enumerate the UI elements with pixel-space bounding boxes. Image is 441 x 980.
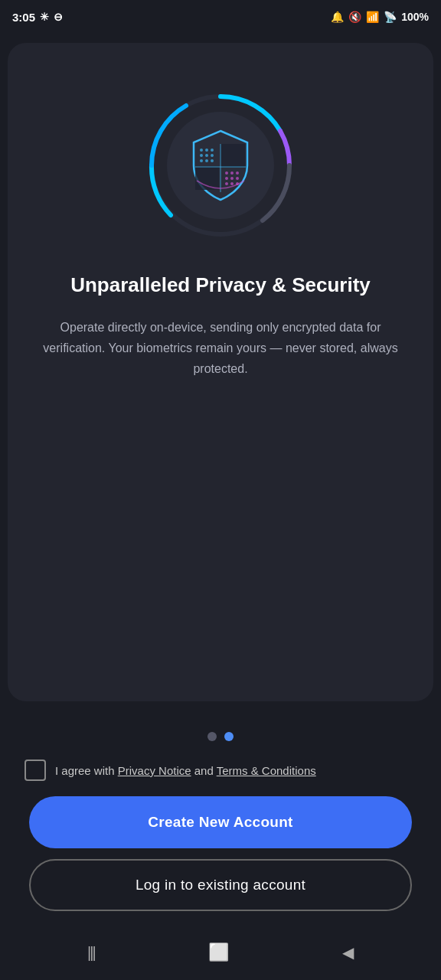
signal-icon: 📡: [384, 11, 397, 23]
status-bar: 3:05 ✳ ⊖ 🔔 🔇 📶 📡 100%: [0, 0, 441, 31]
wifi-icon: 📶: [366, 11, 379, 23]
alarm-icon: 🔔: [331, 11, 344, 23]
description: Operate directly on-device, sending only…: [32, 317, 409, 380]
notification-icon: ✳: [40, 11, 49, 23]
login-button[interactable]: Log in to existing account: [29, 859, 412, 911]
dot-2: [224, 732, 234, 741]
page-dots: [207, 732, 234, 741]
ring-svg: [144, 89, 297, 242]
dot-1: [207, 732, 217, 741]
shield-container: [144, 89, 297, 242]
create-account-button[interactable]: Create New Account: [29, 796, 412, 848]
home-icon[interactable]: ⬜: [208, 942, 229, 962]
bottom-area: I agree with Privacy Notice and Terms & …: [0, 701, 441, 925]
terms-link[interactable]: Terms & Conditions: [217, 764, 316, 777]
back-icon[interactable]: ◀: [342, 943, 354, 962]
agree-checkbox[interactable]: [24, 760, 46, 781]
nav-bar: ||| ⬜ ◀: [0, 925, 441, 980]
dnd-icon: ⊖: [54, 11, 63, 23]
agree-row: I agree with Privacy Notice and Terms & …: [18, 760, 423, 781]
agree-text: I agree with Privacy Notice and Terms & …: [55, 764, 316, 777]
battery-text: 100%: [401, 11, 429, 23]
status-left: 3:05 ✳ ⊖: [12, 11, 63, 24]
headline: Unparalleled Privacy & Security: [70, 273, 371, 299]
privacy-notice-link[interactable]: Privacy Notice: [118, 764, 191, 777]
recent-apps-icon[interactable]: |||: [87, 944, 95, 962]
mute-icon: 🔇: [348, 11, 361, 23]
status-right: 🔔 🔇 📶 📡 100%: [331, 11, 429, 23]
status-time: 3:05: [12, 11, 35, 24]
main-card: Unparalleled Privacy & Security Operate …: [8, 43, 433, 701]
